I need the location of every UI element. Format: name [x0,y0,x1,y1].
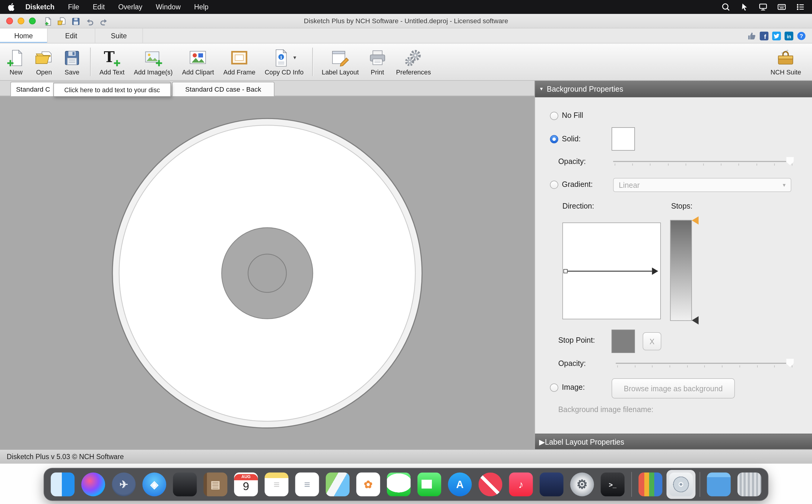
tab-home[interactable]: Home [0,28,48,43]
notes-icon[interactable]: ≡ [264,472,288,496]
toolbar-label-layout[interactable]: Label Layout [317,43,363,80]
gradient-opacity-slider[interactable] [616,358,794,368]
minimize-window-button[interactable] [17,17,24,24]
image-radio[interactable] [550,383,558,392]
chevron-down-icon: ▾ [783,182,785,188]
contacts-icon[interactable]: ▤ [204,472,227,496]
photos-icon[interactable]: ✿ [356,472,380,496]
trash-icon[interactable] [738,472,761,496]
dark-artwork-app-icon[interactable] [173,472,197,496]
slider-track [616,363,794,364]
books-library-icon[interactable] [639,472,662,496]
toolbar-add-text[interactable]: TAdd Text [95,43,129,80]
downloads-folder-icon-face [707,472,731,496]
browse-image-button[interactable]: Browse image as background [612,378,735,398]
menu-window[interactable]: Window [156,3,180,11]
menu-bar: Disketch FileEditOverlayWindowHelp [0,0,812,14]
facebook-icon[interactable]: f [760,31,769,40]
downloads-folder-icon[interactable] [707,472,731,496]
copy-cd-info-dropdown-arrow[interactable]: ▾ [293,54,296,61]
toolbar-save[interactable]: Save [58,43,86,80]
keyboard-input-icon[interactable] [777,3,786,11]
menu-app-name[interactable]: Disketch [25,3,55,11]
system-preferences-icon[interactable]: ⚙ [570,472,594,496]
redo-icon[interactable] [99,17,108,26]
toolbar-print[interactable]: Print [363,43,391,80]
notes-icon-face: ≡ [264,472,288,496]
dock-separator [700,472,700,497]
zoom-window-button[interactable] [29,17,36,24]
tab-edit[interactable]: Edit [48,28,95,43]
gradient-stops-bar[interactable] [670,220,692,321]
tab-suite[interactable]: Suite [95,28,143,43]
terminal-icon[interactable]: >_ [601,472,625,496]
close-window-button[interactable] [6,17,13,24]
dark-artwork-app-icon-face [173,472,197,496]
pointer-cursor-icon[interactable] [740,3,749,11]
solid-radio[interactable] [550,135,558,143]
finder-icon[interactable] [51,472,74,496]
toolbar-new[interactable]: New [2,43,30,80]
desktop: ✈◈▤AUG9≡≡✿A♪⚙>_ [0,464,812,504]
toolbar-add-frame[interactable]: Add Frame [219,43,260,80]
spotlight-search-icon[interactable] [722,3,730,11]
direction-start-handle[interactable] [564,269,568,273]
toolbar-separator [90,48,91,76]
gradient-radio[interactable] [550,181,558,189]
undo-icon[interactable] [85,17,94,26]
status-text: Disketch Plus v 5.03 © NCH Software [7,453,124,461]
music-icon-face: ♪ [509,472,533,496]
toolbar-add-image-s[interactable]: Add Image(s) [129,43,177,80]
apple-menu-icon[interactable] [7,3,16,11]
maps-icon[interactable] [326,472,349,496]
no-fill-radio[interactable] [550,112,558,120]
gradient-type-dropdown[interactable]: Linear ▾ [613,178,791,192]
quick-save-icon[interactable] [71,17,80,26]
toolbar-open[interactable]: Open [30,43,58,80]
disketch-dock-icon[interactable] [669,472,693,496]
toolbar-preferences[interactable]: Preferences [391,43,436,80]
add-images-icon [144,49,163,67]
gradient-direction-box[interactable] [562,222,661,319]
cd-disc-graphic[interactable] [0,96,535,449]
help-icon[interactable]: ? [797,31,806,40]
launchpad-rocket-icon[interactable]: ✈ [112,472,136,496]
toolbar-copy-cd-info[interactable]: i▾Copy CD Info [260,43,308,80]
thumbs-up-icon[interactable] [747,31,756,40]
quick-open-icon[interactable] [58,17,66,26]
menu-edit[interactable]: Edit [93,3,105,11]
gradient-stop-marker-top[interactable] [692,216,699,225]
quick-new-icon[interactable] [43,17,52,26]
restricted-red-icon[interactable] [479,472,502,496]
menu-file[interactable]: File [68,3,79,11]
displays-icon[interactable] [759,3,767,11]
solid-opacity-slider[interactable] [613,156,794,166]
messages-icon[interactable] [387,472,411,496]
toolbar-nch-suite[interactable]: NCH Suite [766,43,806,80]
background-properties-header[interactable]: ▼ Background Properties [535,81,812,97]
safari-icon[interactable]: ◈ [142,472,166,496]
app-store-icon[interactable]: A [448,472,472,496]
gradient-opacity-label: Opacity: [558,359,586,367]
remove-stop-button[interactable]: X [643,332,662,350]
dark-blue-app-icon[interactable] [540,472,564,496]
music-icon[interactable]: ♪ [509,472,533,496]
disc-design-canvas[interactable] [0,96,535,449]
solid-color-swatch[interactable] [612,127,635,150]
menu-overlay[interactable]: Overlay [118,3,142,11]
menu-list-icon[interactable] [796,3,805,11]
stop-point-color-swatch[interactable] [612,330,635,353]
facetime-icon[interactable] [418,472,441,496]
reminders-icon[interactable]: ≡ [295,472,319,496]
calendar-icon[interactable]: AUG9 [234,472,258,496]
status-bar: Disketch Plus v 5.03 © NCH Software [0,449,812,464]
print-icon [368,49,387,67]
document-tab-back[interactable]: Standard CD case - Back [172,82,274,96]
twitter-icon[interactable] [772,31,781,40]
siri-icon[interactable] [81,472,105,496]
toolbar-add-clipart[interactable]: Add Clipart [177,43,219,80]
linkedin-icon[interactable]: in [785,31,793,40]
gradient-stop-marker-bottom[interactable] [692,316,699,324]
label-layout-properties-header[interactable]: ▶ Label Layout Properties [535,434,812,449]
menu-help[interactable]: Help [194,3,209,11]
